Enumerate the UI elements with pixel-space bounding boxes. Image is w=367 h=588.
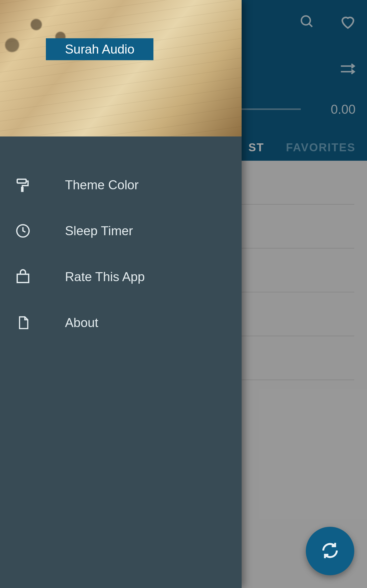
- drawer-item-about[interactable]: About: [0, 300, 242, 346]
- app-root: 0.00 ST FAVORITES Surah Audio: [0, 0, 367, 588]
- svg-rect-5: [22, 187, 23, 191]
- refresh-fab[interactable]: [306, 527, 354, 575]
- bag-icon: [14, 268, 32, 286]
- navigation-drawer: Surah Audio Theme Color: [0, 0, 242, 588]
- clock-icon: [14, 222, 32, 240]
- drawer-item-rate-app[interactable]: Rate This App: [0, 254, 242, 300]
- drawer-item-label: Rate This App: [65, 269, 145, 284]
- drawer-item-theme-color[interactable]: Theme Color: [0, 162, 242, 208]
- drawer-menu: Theme Color Sleep Timer Rate This App: [0, 136, 242, 346]
- document-icon: [14, 314, 32, 332]
- drawer-item-label: Theme Color: [65, 178, 139, 192]
- drawer-header-image: Surah Audio: [0, 0, 242, 136]
- app-title: Surah Audio: [46, 38, 153, 60]
- drawer-item-label: About: [65, 315, 98, 330]
- drawer-item-sleep-timer[interactable]: Sleep Timer: [0, 208, 242, 254]
- svg-rect-4: [17, 179, 26, 183]
- svg-rect-7: [17, 274, 29, 283]
- drawer-item-label: Sleep Timer: [65, 223, 133, 238]
- refresh-icon: [320, 540, 340, 562]
- paint-roller-icon: [14, 176, 32, 194]
